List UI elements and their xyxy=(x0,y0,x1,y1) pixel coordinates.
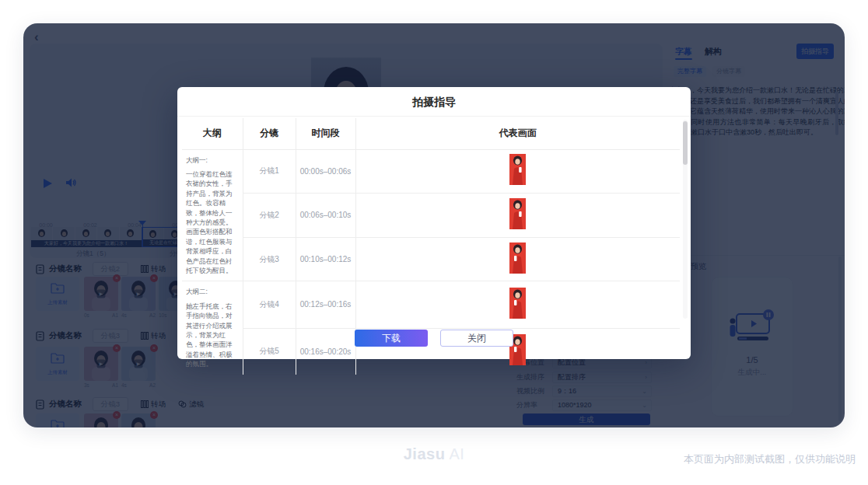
frame-cell xyxy=(355,194,680,238)
shot-cell: 分镜5 xyxy=(243,328,296,375)
brand-logo: JiasuAI xyxy=(404,445,465,463)
outline-cell: 大纲二: 她左手托底，右手指向物品，对其进行介绍或展示，背景为红色，整体画面洋溢… xyxy=(182,281,243,375)
table-row: 大纲一: 一位穿着红色连衣裙的女性，手持产品，背景为红色。妆容精致，整体给人一种… xyxy=(182,149,680,194)
time-cell: 00:16s–00:20s xyxy=(296,328,355,375)
close-button[interactable]: 关闭 xyxy=(440,330,513,347)
brand-suffix: AI xyxy=(449,445,464,462)
time-cell: 00:00s–00:06s xyxy=(296,149,355,194)
frame-cell xyxy=(355,281,680,328)
shooting-guide-table: 大纲 分镜 时间段 代表画面 大纲一: 一位穿着红色连衣裙的女性，手持产品，背景… xyxy=(182,118,680,375)
app-window: ‹ 标杆视频 00:00 00:02 00:04 00:06 大家 xyxy=(23,23,845,427)
shooting-guide-modal: 拍摄指导 大纲 分镜 时间段 代表画面 大纲一: 一位穿着红色连衣裙的女性，手持… xyxy=(177,87,691,359)
outline-text: 她左手托底，右手指向物品，对其进行介绍或展示，背景为红色，整体画面洋溢着热情、积… xyxy=(186,302,239,369)
table-row: 分镜5 00:16s–00:20s xyxy=(182,328,680,375)
shot-cell: 分镜3 xyxy=(243,237,296,281)
disclaimer-text: 本页面为内部测试截图，仅供功能说明 xyxy=(684,452,856,466)
outline-title: 大纲一: xyxy=(186,155,239,165)
col-header-frame: 代表画面 xyxy=(355,118,680,149)
frame-cell xyxy=(355,237,680,281)
col-header-time: 时间段 xyxy=(296,118,355,149)
brand-name: Jiasu xyxy=(404,445,446,462)
table-row: 大纲二: 她左手托底，右手指向物品，对其进行介绍或展示，背景为红色，整体画面洋溢… xyxy=(182,281,680,328)
col-header-outline: 大纲 xyxy=(182,118,243,149)
shot-cell: 分镜2 xyxy=(243,194,296,238)
col-header-shot: 分镜 xyxy=(243,118,296,149)
download-button[interactable]: 下载 xyxy=(355,330,428,347)
shot-cell: 分镜1 xyxy=(243,149,296,194)
outline-title: 大纲二: xyxy=(186,287,239,296)
time-cell: 00:06s–00:10s xyxy=(296,194,355,238)
modal-title: 拍摄指导 xyxy=(177,87,691,117)
shot-cell: 分镜4 xyxy=(243,281,296,328)
outline-cell: 大纲一: 一位穿着红色连衣裙的女性，手持产品，背景为红色。妆容精致，整体给人一种… xyxy=(182,149,243,281)
modal-scrollbar-thumb[interactable] xyxy=(683,121,688,165)
outline-text: 一位穿着红色连衣裙的女性，手持产品，背景为红色。妆容精致，整体给人一种大方的感受… xyxy=(186,169,239,275)
frame-cell xyxy=(355,149,680,194)
table-row: 分镜2 00:06s–00:10s xyxy=(182,194,680,238)
time-cell: 00:12s–00:16s xyxy=(296,281,355,328)
time-cell: 00:10s–00:12s xyxy=(296,237,355,281)
table-row: 分镜3 00:10s–00:12s xyxy=(182,237,680,281)
